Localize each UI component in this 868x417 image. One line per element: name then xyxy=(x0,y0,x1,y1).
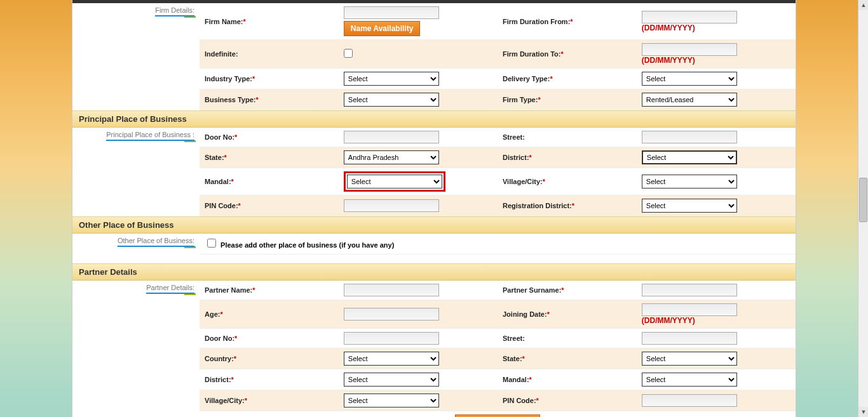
scroll-down-arrow[interactable]: ▼ xyxy=(858,407,868,417)
partner-state-label: State:* xyxy=(498,348,637,369)
firm-name-label: Firm Name:* xyxy=(200,3,339,40)
partner-village-select[interactable]: Select xyxy=(344,394,439,407)
ppob-door-input[interactable] xyxy=(344,131,439,143)
partner-pin-label: PIN Code:* xyxy=(498,390,637,411)
ppob-district-label: District:* xyxy=(498,147,637,168)
firm-duration-to-input[interactable] xyxy=(642,43,737,56)
firm-duration-from-input[interactable] xyxy=(642,11,737,23)
add-partner-button[interactable]: Add Partner Details xyxy=(455,414,539,417)
opob-add-label: Please add other place of business (if y… xyxy=(220,241,394,249)
delivery-type-select[interactable]: Select xyxy=(642,72,737,86)
partner-state-select[interactable]: Select xyxy=(642,352,737,366)
firm-duration-from-label: Firm Duration From:* xyxy=(498,3,637,40)
partner-age-label: Age:* xyxy=(200,300,339,329)
name-availability-button[interactable]: Name Availability xyxy=(344,21,420,36)
opob-header: Other Place of Business xyxy=(72,216,796,234)
partner-side-label: Partner Details: xyxy=(146,284,194,295)
scroll-up-arrow[interactable]: ▲ xyxy=(858,0,868,10)
industry-type-label: Industry Type:* xyxy=(200,69,339,89)
partner-pin-input[interactable] xyxy=(642,394,737,407)
partner-village-label: Village/City:* xyxy=(200,390,339,411)
partner-age-input[interactable] xyxy=(344,308,439,321)
ppob-pin-input[interactable] xyxy=(344,199,439,212)
partner-country-select[interactable]: Select xyxy=(344,352,439,366)
ppob-village-select[interactable]: Select xyxy=(642,175,737,189)
ppob-header: Principal Place of Business xyxy=(72,110,796,128)
ppob-state-label: State:* xyxy=(200,147,339,168)
delivery-type-label: Delivery Type:* xyxy=(498,69,637,89)
date-hint: (DD/MM/YYYY) xyxy=(642,23,695,32)
ppob-mandal-select[interactable]: Select xyxy=(347,175,442,189)
vertical-scrollbar[interactable]: ▲ ▼ xyxy=(858,0,868,417)
opob-side-label: Other Place of Business: xyxy=(118,237,194,248)
ppob-village-label: Village/City:* xyxy=(498,168,637,195)
partner-country-label: Country:* xyxy=(200,348,339,369)
partner-mandal-select[interactable]: Select xyxy=(642,373,737,387)
partner-joining-input[interactable] xyxy=(642,303,737,316)
opob-add-checkbox[interactable] xyxy=(207,239,216,248)
partner-surname-input[interactable] xyxy=(642,284,737,296)
partner-name-input[interactable] xyxy=(344,284,439,296)
ppob-pin-label: PIN Code:* xyxy=(200,195,339,216)
ppob-street-input[interactable] xyxy=(642,131,737,143)
firm-type-select[interactable]: Rented/Leased xyxy=(642,93,737,107)
partner-door-input[interactable] xyxy=(344,332,439,345)
partner-mandal-label: Mandal:* xyxy=(498,369,637,390)
business-type-select[interactable]: Select xyxy=(344,93,439,107)
ppob-regdist-label: Registration District:* xyxy=(498,195,637,216)
partner-joining-label: Joining Date:* xyxy=(498,300,637,329)
ppob-regdist-select[interactable]: Select xyxy=(642,199,737,213)
date-hint: (DD/MM/YYYY) xyxy=(642,56,695,65)
scroll-thumb[interactable] xyxy=(859,178,867,222)
indefinite-label: Indefinite: xyxy=(200,40,339,69)
date-hint: (DD/MM/YYYY) xyxy=(642,316,695,325)
ppob-mandal-label: Mandal:* xyxy=(200,168,339,195)
firm-type-label: Firm Type:* xyxy=(498,89,637,110)
partner-street-label: Street: xyxy=(498,329,637,348)
industry-type-select[interactable]: Select xyxy=(344,72,439,86)
partner-surname-label: Partner Surname:* xyxy=(498,281,637,300)
firm-details-side-label: Firm Details: xyxy=(155,6,194,18)
partner-district-label: District:* xyxy=(200,369,339,390)
firm-name-input[interactable] xyxy=(344,6,439,19)
firm-duration-to-label: Firm Duration To:* xyxy=(498,40,637,69)
ppob-door-label: Door No:* xyxy=(200,128,339,147)
partner-header: Partner Details xyxy=(72,263,796,281)
partner-name-label: Partner Name:* xyxy=(200,281,339,300)
partner-door-label: Door No:* xyxy=(200,329,339,348)
partner-district-select[interactable]: Select xyxy=(344,373,439,387)
ppob-state-select[interactable]: Andhra Pradesh xyxy=(344,150,439,164)
business-type-label: Business Type:* xyxy=(200,89,339,110)
ppob-district-select[interactable]: Select xyxy=(642,150,737,164)
ppob-side-label: Principal Place of Business : xyxy=(106,131,194,142)
indefinite-checkbox[interactable] xyxy=(344,49,353,58)
ppob-street-label: Street: xyxy=(498,128,637,147)
partner-street-input[interactable] xyxy=(642,332,737,345)
